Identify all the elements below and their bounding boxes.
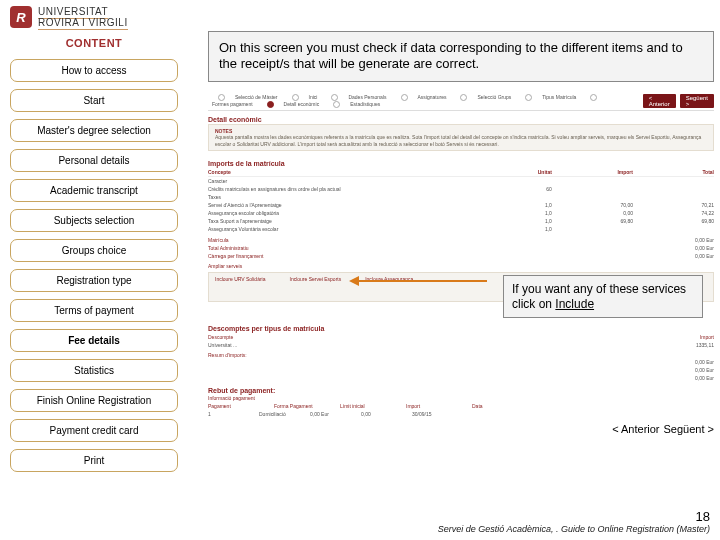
resum-row: 0,00 Eur <box>208 366 714 374</box>
nav-item-4[interactable]: Academic transcript <box>10 179 178 202</box>
wizard-steps: Selecció de MàsterIniciDades PersonalsAs… <box>208 92 714 111</box>
concept-row: Taxes <box>208 193 714 201</box>
concept-row: Servei d'Atenció a l'Aprenentatge1,070,0… <box>208 201 714 209</box>
logo: R UNIVERSITAT ROVIRA I VIRGILI <box>0 0 720 31</box>
notes-box: NOTES Aquesta pantalla mostra les dades … <box>208 124 714 152</box>
services-box: Incloure URV SolidàriaIncloure Servei Es… <box>208 272 714 302</box>
rebut-values: 1Domiciliació0,00 Eur0,0030/09/15 <box>208 409 714 417</box>
concepts-header: Concepte Unitat Import Total <box>208 168 714 177</box>
nav-item-11[interactable]: Finish Online Registration <box>10 389 178 412</box>
descompte-head: Descompte Import <box>208 333 714 341</box>
resum-row: 0,00 Eur <box>208 358 714 366</box>
main-area: On this screen you must check if data co… <box>178 31 714 479</box>
imports-title: Imports de la matrícula <box>208 155 714 168</box>
rebut-title: Rebut de pagament: <box>208 382 714 395</box>
nav-item-13[interactable]: Print <box>10 449 178 472</box>
nav-item-6[interactable]: Groups choice <box>10 239 178 262</box>
total-row: Càrrega per finançament0,00 Eur <box>208 252 714 260</box>
services-callout: If you want any of these services click … <box>503 275 703 318</box>
nav-item-9[interactable]: Fee details <box>10 329 178 352</box>
arrow-annotation <box>357 280 487 282</box>
nav-item-3[interactable]: Personal details <box>10 149 178 172</box>
prev-button-bottom[interactable]: < Anterior <box>612 423 659 435</box>
service-link[interactable]: Incloure Servei Esports <box>290 276 342 282</box>
total-row: Total Administratiu0,00 Eur <box>208 244 714 252</box>
total-row: Matrícula0,00 Eur <box>208 236 714 244</box>
section-detail-title: Detall econòmic <box>208 111 714 124</box>
next-button-bottom[interactable]: Següent > <box>664 423 714 435</box>
nav-item-7[interactable]: Registration type <box>10 269 178 292</box>
concept-row: Assegurança Voluntària escolar1,0 <box>208 225 714 233</box>
nav-item-8[interactable]: Terms of payment <box>10 299 178 322</box>
prev-button[interactable]: < Anterior <box>643 94 676 108</box>
concept-row: Caracter <box>208 177 714 185</box>
services-title: Ampliar serveis <box>208 260 714 269</box>
resum-title: Resum d'imports: <box>208 349 714 358</box>
nav-item-10[interactable]: Statistics <box>10 359 178 382</box>
footer-source: Servei de Gestió Acadèmica, . Guide to O… <box>438 524 710 534</box>
rebut-headers: PagamentForma PagamentLímit inicialImpor… <box>208 401 714 409</box>
nav-item-5[interactable]: Subjects selection <box>10 209 178 232</box>
service-link[interactable]: Incloure URV Solidària <box>215 276 266 282</box>
page-number: 18 <box>438 509 710 524</box>
next-button[interactable]: Següent > <box>680 94 714 108</box>
concept-row: Assegurança escolar obligatòria1,00,0074… <box>208 209 714 217</box>
logo-badge: R <box>10 6 32 28</box>
sidebar: CONTENT How to accessStartMaster's degre… <box>10 31 178 479</box>
concept-row: Crèdits matriculats en assignatures dins… <box>208 185 714 193</box>
concept-row: Taxa Suport a l'aprenentatge1,069,8069,8… <box>208 217 714 225</box>
nav-item-0[interactable]: How to access <box>10 59 178 82</box>
footer: 18 Servei de Gestió Acadèmica, . Guide t… <box>438 509 710 534</box>
nav-item-2[interactable]: Master's degree selection <box>10 119 178 142</box>
nav-item-1[interactable]: Start <box>10 89 178 112</box>
logo-text: UNIVERSITAT ROVIRA I VIRGILI <box>38 6 128 28</box>
content-heading: CONTENT <box>10 31 178 59</box>
descompte-row: Universitat ... 1335,11 <box>208 341 714 349</box>
nav-item-12[interactable]: Payment credit card <box>10 419 178 442</box>
descompte-title: Descomptes per tipus de matrícula <box>208 320 714 333</box>
resum-row: 0,00 Eur <box>208 374 714 382</box>
instruction-callout: On this screen you must check if data co… <box>208 31 714 82</box>
